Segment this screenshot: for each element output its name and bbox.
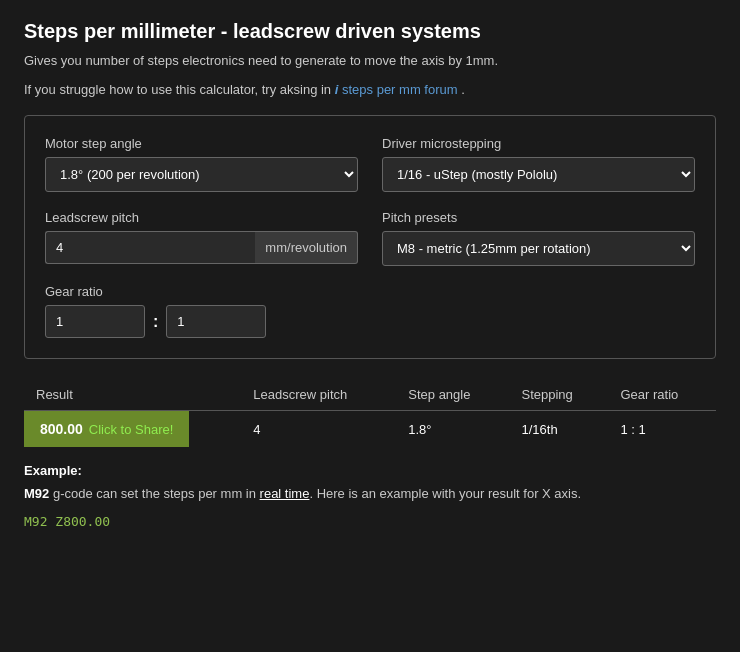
result-value-cell: 800.00 Click to Share! xyxy=(24,411,241,448)
example-gcode: M92 Z800.00 xyxy=(24,514,716,529)
driver-microstepping-select[interactable]: 1/16 - uStep (mostly Pololu) 1/32 - uSte… xyxy=(382,157,695,192)
leadscrew-pitch-label: Leadscrew pitch xyxy=(45,210,358,225)
leadscrew-input-row: mm/revolution xyxy=(45,231,358,264)
gear-ratio-input-1[interactable] xyxy=(45,305,145,338)
result-number: 800.00 xyxy=(40,421,83,437)
forum-line: If you struggle how to use this calculat… xyxy=(24,82,716,97)
gear-ratio-input-2[interactable] xyxy=(166,305,266,338)
row-step-angle: 1.8° xyxy=(396,411,509,448)
forum-prefix-text: If you struggle how to use this calculat… xyxy=(24,82,335,97)
pitch-presets-select[interactable]: M8 - metric (1.25mm per rotation) M6 - m… xyxy=(382,231,695,266)
driver-microstepping-label: Driver microstepping xyxy=(382,136,695,151)
gear-ratio-colon: : xyxy=(153,313,158,331)
example-label: Example: xyxy=(24,463,716,478)
motor-step-angle-select[interactable]: 1.8° (200 per revolution) 0.9° (400 per … xyxy=(45,157,358,192)
gear-ratio-section: Gear ratio : xyxy=(45,284,695,338)
results-table: Result Leadscrew pitch Step angle Steppi… xyxy=(24,379,716,447)
motor-step-angle-label: Motor step angle xyxy=(45,136,358,151)
page-subtitle: Gives you number of steps electronics ne… xyxy=(24,53,716,68)
top-form-row: Motor step angle 1.8° (200 per revolutio… xyxy=(45,136,695,192)
leadscrew-unit-label: mm/revolution xyxy=(255,231,358,264)
forum-period: . xyxy=(461,82,465,97)
row-leadscrew: 4 xyxy=(241,411,396,448)
forum-link[interactable]: steps per mm forum xyxy=(342,82,458,97)
calculator-box: Motor step angle 1.8° (200 per revolutio… xyxy=(24,115,716,359)
col-step-angle: Step angle xyxy=(396,379,509,411)
result-share-button[interactable]: 800.00 Click to Share! xyxy=(24,411,189,447)
col-gear-ratio: Gear ratio xyxy=(608,379,716,411)
leadscrew-pitch-input[interactable] xyxy=(45,231,255,264)
example-real-time: real time xyxy=(260,486,310,501)
page-title: Steps per millimeter - leadscrew driven … xyxy=(24,20,716,43)
info-icon: i xyxy=(335,82,339,97)
row-stepping: 1/16th xyxy=(510,411,609,448)
example-text-1: g-code can set the steps per mm in xyxy=(49,486,259,501)
share-text: Click to Share! xyxy=(89,422,174,437)
pitch-presets-group: Pitch presets M8 - metric (1.25mm per ro… xyxy=(382,210,695,266)
results-header-row: Result Leadscrew pitch Step angle Steppi… xyxy=(24,379,716,411)
leadscrew-pitch-group: Leadscrew pitch mm/revolution xyxy=(45,210,358,266)
pitch-presets-label: Pitch presets xyxy=(382,210,695,225)
example-section: Example: M92 g-code can set the steps pe… xyxy=(24,463,716,529)
example-text-2: . Here is an example with your result fo… xyxy=(309,486,581,501)
motor-step-angle-group: Motor step angle 1.8° (200 per revolutio… xyxy=(45,136,358,192)
row-gear-ratio: 1 : 1 xyxy=(608,411,716,448)
gear-ratio-inputs: : xyxy=(45,305,695,338)
gear-ratio-label: Gear ratio xyxy=(45,284,695,299)
col-leadscrew: Leadscrew pitch xyxy=(241,379,396,411)
middle-form-row: Leadscrew pitch mm/revolution Pitch pres… xyxy=(45,210,695,266)
results-data-row: 800.00 Click to Share! 4 1.8° 1/16th 1 :… xyxy=(24,411,716,448)
col-stepping: Stepping xyxy=(510,379,609,411)
example-m92-code: M92 xyxy=(24,486,49,501)
col-result: Result xyxy=(24,379,241,411)
example-description: M92 g-code can set the steps per mm in r… xyxy=(24,484,716,504)
driver-microstepping-group: Driver microstepping 1/16 - uStep (mostl… xyxy=(382,136,695,192)
